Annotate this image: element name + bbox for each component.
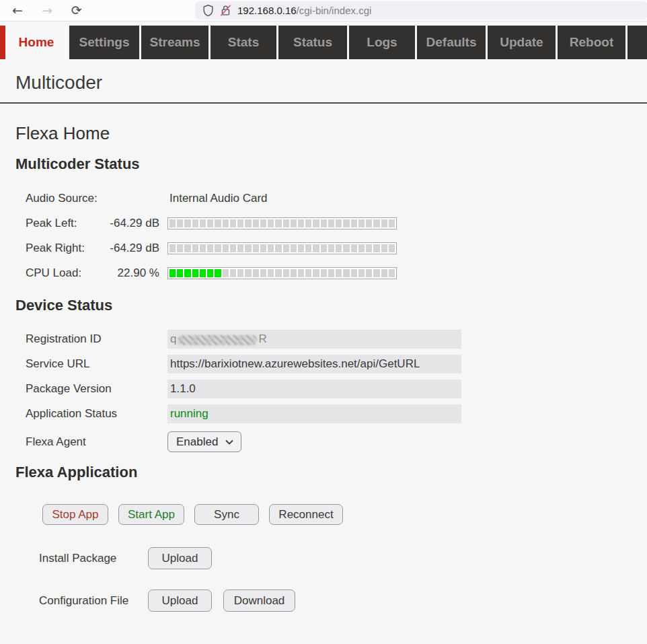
configuration-file-row: Configuration File Upload Download <box>39 589 647 612</box>
application-status-label: Application Status <box>26 407 167 421</box>
peak-left-value: -64.29 dB <box>106 217 159 230</box>
tab-stats[interactable]: Stats <box>211 26 276 59</box>
app-header: Multicoder <box>0 59 647 104</box>
package-version-row: Package Version 1.1.0 <box>26 380 647 398</box>
configuration-download-button[interactable]: Download <box>223 589 295 612</box>
redaction-smudge <box>178 335 257 345</box>
tab-logs[interactable]: Logs <box>349 26 415 59</box>
reload-icon[interactable]: ⟳ <box>71 4 82 17</box>
application-status-value: running <box>167 404 461 423</box>
chevron-down-icon <box>225 439 233 445</box>
forward-icon: → <box>42 4 52 17</box>
main-nav: Home Settings Streams Stats Status Logs … <box>0 26 647 59</box>
service-url-label: Service URL <box>26 357 167 371</box>
service-url-row: Service URL https://barixiotnew.azureweb… <box>26 355 647 373</box>
lock-slash-icon[interactable] <box>220 4 231 17</box>
registration-id-suffix: R <box>258 332 266 346</box>
url-path: /cgi-bin/index.cgi <box>297 5 372 16</box>
tab-status[interactable]: Status <box>278 26 347 59</box>
start-app-button[interactable]: Start App <box>118 504 184 525</box>
tab-streams[interactable]: Streams <box>141 26 208 59</box>
app-title: Multicoder <box>15 71 647 94</box>
registration-id-label: Registration ID <box>26 332 167 346</box>
tab-update[interactable]: Update <box>488 26 556 59</box>
section-device-status: Device Status <box>15 297 647 314</box>
configuration-upload-button[interactable]: Upload <box>148 589 212 612</box>
cpu-load-label: CPU Load: <box>26 266 106 280</box>
shield-icon[interactable] <box>202 4 214 17</box>
page-title: Flexa Home <box>15 122 647 144</box>
audio-source-label: Audio Source: <box>26 192 106 205</box>
flexa-agent-select[interactable]: Enabled <box>167 431 241 452</box>
registration-id-row: Registration ID q R <box>26 330 647 349</box>
tab-defaults[interactable]: Defaults <box>417 26 486 59</box>
peak-right-label: Peak Right: <box>26 242 106 255</box>
peak-left-meter <box>167 217 397 229</box>
flexa-agent-row: Flexa Agent Enabled <box>26 431 647 452</box>
tab-reboot[interactable]: Reboot <box>558 26 625 59</box>
service-url-value: https://barixiotnew.azurewebsites.net/ap… <box>167 355 461 373</box>
url-text: 192.168.0.16/cgi-bin/index.cgi <box>237 5 371 16</box>
package-version-label: Package Version <box>26 382 167 396</box>
cpu-load-value: 22.90 % <box>106 266 159 280</box>
registration-id-value: q R <box>167 330 461 349</box>
multicoder-status-rows: Audio Source: Internal Audio Card Peak L… <box>0 186 647 285</box>
flexa-agent-label: Flexa Agent <box>26 435 167 449</box>
nav-spacer <box>627 26 647 59</box>
peak-right-value: -64.29 dB <box>106 242 159 255</box>
url-bar[interactable]: 192.168.0.16/cgi-bin/index.cgi <box>195 1 647 20</box>
section-flexa-application: Flexa Application <box>15 464 647 481</box>
cpu-load-row: CPU Load: 22.90 % <box>0 260 647 285</box>
sync-button[interactable]: Sync <box>194 504 259 525</box>
tab-home[interactable]: Home <box>0 26 67 59</box>
peak-left-label: Peak Left: <box>26 217 106 230</box>
peak-right-meter <box>167 242 397 254</box>
audio-source-row: Audio Source: Internal Audio Card <box>0 186 647 211</box>
peak-right-row: Peak Right: -64.29 dB <box>0 236 647 260</box>
audio-source-value: Internal Audio Card <box>167 192 397 205</box>
install-package-row: Install Package Upload <box>39 547 647 569</box>
url-host: 192.168.0.16 <box>237 5 297 16</box>
install-package-label: Install Package <box>39 552 148 565</box>
browser-nav-buttons: ← → ⟳ <box>12 0 82 21</box>
tab-settings[interactable]: Settings <box>69 26 139 59</box>
stop-app-button[interactable]: Stop App <box>42 504 108 525</box>
back-icon[interactable]: ← <box>12 4 23 17</box>
configuration-file-label: Configuration File <box>39 594 148 608</box>
reconnect-button[interactable]: Reconnect <box>269 504 343 525</box>
device-status-rows: Registration ID q R Service URL https://… <box>0 330 647 423</box>
browser-toolbar: ← → ⟳ 192.168.0.16/cgi-bin/index.cgi <box>0 0 647 22</box>
peak-left-row: Peak Left: -64.29 dB <box>0 211 647 236</box>
application-status-row: Application Status running <box>26 404 647 423</box>
install-package-upload-button[interactable]: Upload <box>148 547 212 569</box>
registration-id-prefix: q <box>170 332 176 346</box>
section-multicoder-status: Multicoder Status <box>15 155 647 173</box>
app-action-buttons: Stop App Start App Sync Reconnect <box>42 504 647 525</box>
cpu-load-meter <box>167 267 397 279</box>
flexa-agent-selected-value: Enabled <box>176 435 218 449</box>
package-version-value: 1.1.0 <box>167 380 461 398</box>
